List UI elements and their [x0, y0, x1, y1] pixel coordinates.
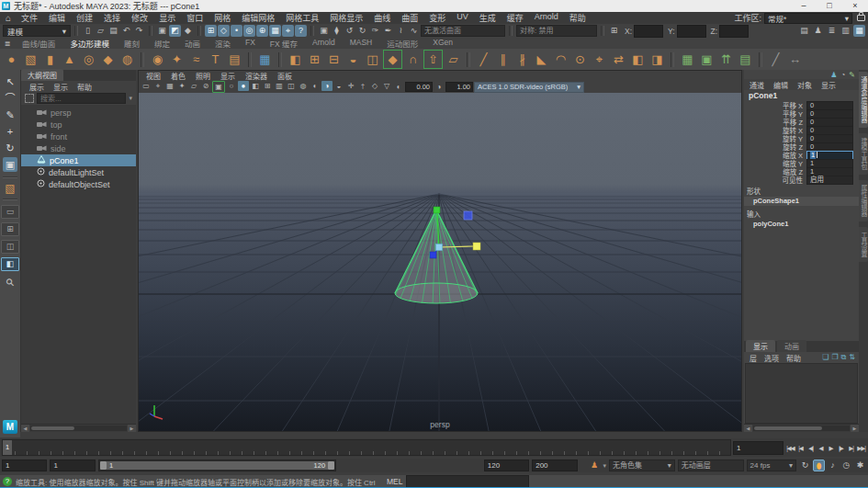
gamma-field[interactable]: 1.00 [445, 82, 473, 92]
shelf-tab[interactable]: 绑定 [147, 38, 177, 49]
auto-keyframe-button[interactable]: ⬮ [813, 460, 825, 471]
gamma-icon[interactable]: ◑ [434, 82, 445, 92]
animation-start-field[interactable]: 1 [2, 460, 47, 471]
search-layout-icon[interactable]: ⚲ [4, 276, 17, 289]
outliner-item-defaultlightset[interactable]: defaultLightSet [21, 166, 136, 178]
step-back-frame-button[interactable]: |◀ [795, 442, 806, 454]
shelf-tab[interactable]: FX 缓存 [263, 38, 305, 49]
use-all-lights-icon[interactable]: ⊞ [262, 81, 273, 91]
sweep-mesh-icon[interactable]: ✦ [168, 51, 186, 68]
search-input[interactable] [37, 93, 126, 104]
menu-item[interactable]: 网格工具 [280, 12, 324, 24]
menu-item[interactable]: 曲线 [368, 12, 396, 24]
layer-editor-tab[interactable]: 动画 [777, 340, 806, 352]
move-tool[interactable]: + [3, 124, 17, 139]
modeling-toolkit-icon[interactable]: ▦ [256, 51, 274, 68]
modeling-toolkit-toggle-icon[interactable]: ▤ [798, 25, 810, 37]
menu-item[interactable]: 修改 [126, 12, 153, 24]
xray-icon[interactable]: ◒ [333, 81, 344, 91]
step-forward-key-button[interactable]: |▶ [836, 442, 846, 454]
help-icon[interactable]: ? [3, 477, 12, 486]
step-forward-frame-button[interactable]: ▶| [846, 442, 856, 454]
svg-tool-icon[interactable]: ▤ [226, 51, 243, 68]
layout-two-pane[interactable]: ◫ [1, 240, 19, 254]
chevron-down-icon[interactable]: ▾ [603, 462, 606, 470]
multisample-icon[interactable]: ◐ [310, 81, 321, 91]
select-camera-icon[interactable]: ▭ [141, 81, 152, 91]
normals-icon[interactable]: ⇈ [717, 51, 735, 68]
fps-dropdown[interactable]: 24 fps ▾ [747, 460, 796, 471]
outliner-item-front[interactable]: front [21, 131, 136, 142]
grid-input-icon[interactable]: ⊞ [608, 25, 620, 37]
channel-value-field[interactable]: 启用 [806, 176, 853, 185]
go-to-end-button[interactable]: ▶▶| [856, 442, 866, 454]
playback-speed-icon[interactable]: ◷ [840, 460, 852, 471]
layer-menu-item[interactable]: 层 [746, 353, 761, 363]
outliner-item-side[interactable]: side [21, 142, 136, 154]
menu-item[interactable]: 编辑 [43, 12, 71, 24]
channel-menu-item[interactable]: 显示 [817, 80, 840, 90]
exposure-icon[interactable]: ◐ [393, 82, 404, 92]
playback-end-field[interactable]: 120 [484, 460, 529, 471]
minimize-button[interactable]: – [791, 0, 817, 12]
poly-disc-icon[interactable]: ◍ [118, 51, 136, 68]
snap-projected-center-icon[interactable]: ◎ [243, 25, 255, 37]
poly-cube-icon[interactable]: ▧ [22, 51, 39, 68]
tab-modeling-toolkit[interactable]: 建模工具包 [859, 133, 868, 175]
snap-help-icon[interactable]: ? [295, 25, 307, 37]
shaded-icon[interactable]: ● [238, 81, 249, 91]
shelf-menu-icon[interactable]: ≣ [0, 40, 15, 48]
menu-item[interactable]: 创建 [71, 12, 98, 24]
outliner-menu-item[interactable]: 帮助 [73, 82, 96, 92]
subdivide-icon[interactable]: ◫ [364, 51, 381, 68]
poly-cone-icon[interactable]: ▲ [61, 51, 78, 68]
symmetry-object-icon[interactable]: ▧ [5, 181, 15, 196]
textured-icon[interactable]: ◧ [250, 81, 261, 91]
outliner-hscrollbar[interactable]: ◀ ▶ [21, 424, 136, 432]
chevron-down-icon[interactable]: ▾ [129, 95, 132, 102]
mel-label[interactable]: MEL [387, 477, 402, 486]
outliner-menu-item[interactable]: 展示 [26, 82, 48, 92]
append-polygon-icon[interactable]: ◣ [533, 51, 550, 68]
layout-outliner-persp[interactable]: ◧ [1, 257, 19, 271]
sculpt-icon[interactable]: ◠ [552, 51, 569, 68]
outliner-menu-item[interactable]: 显示 [50, 82, 72, 92]
menu-item[interactable]: 网格显示 [324, 12, 368, 24]
tab-channel-box-layer-editor[interactable]: 通道盒/层编辑器 [859, 72, 868, 128]
menu-item[interactable]: 帮助 [564, 12, 592, 24]
smooth-icon[interactable]: ◒ [344, 51, 362, 68]
separate-icon[interactable]: ⊟ [325, 51, 343, 68]
viewport-menu-item[interactable]: 渲染器 [241, 71, 272, 81]
insert-edge-loop-icon[interactable]: ∥ [494, 51, 512, 68]
result-mesh-icon[interactable]: ◧ [287, 51, 304, 68]
outliner-item-top[interactable]: top [21, 119, 136, 131]
shelf-tab[interactable]: Arnold [305, 38, 343, 49]
new-layer-selected-icon[interactable]: ❐ [831, 353, 838, 362]
home-icon[interactable]: ⌂ [6, 13, 11, 23]
target-weld-icon[interactable]: ⌖ [591, 51, 608, 68]
new-empty-layer-icon[interactable]: ❏ [822, 353, 829, 362]
wire-icon[interactable]: ∿ [408, 25, 420, 37]
shelf-tab[interactable]: 曲线/曲面 [15, 38, 62, 49]
flip-icon[interactable]: ⇄ [610, 51, 627, 68]
viewport-menu-item[interactable]: 照明 [191, 71, 215, 81]
command-line-input[interactable] [406, 475, 529, 488]
channel-menu-item[interactable]: 编辑 [770, 80, 792, 90]
bevel-icon[interactable]: ◆ [383, 50, 402, 69]
viewport-menu-item[interactable]: 面板 [273, 71, 297, 81]
animation-end-field[interactable]: 200 [532, 460, 577, 471]
step-back-key-button[interactable]: ◀| [806, 442, 816, 454]
symmetry-icon[interactable]: ◧ [629, 51, 647, 68]
outliner-item-pcone1[interactable]: pCone1 [21, 154, 136, 166]
channel-box-toggle-icon[interactable]: ▦ [853, 25, 865, 37]
multi-cut-icon[interactable]: ╱ [475, 51, 492, 68]
paint-select-tool[interactable]: ✎ [3, 108, 17, 122]
channel-edit-icon[interactable]: ✎ [849, 71, 855, 79]
grease-pencil-icon[interactable]: ◇ [369, 81, 380, 91]
outliner-title-tab[interactable]: 大纲视图 [21, 69, 63, 81]
workspace-lock-icon[interactable] [857, 15, 865, 21]
mirror-icon[interactable]: ◨ [648, 51, 666, 68]
super-shape-icon[interactable]: ◉ [149, 51, 166, 68]
snap-grid-icon[interactable]: ⊞ [205, 25, 217, 37]
poly-plane-icon[interactable]: ◆ [99, 51, 117, 68]
